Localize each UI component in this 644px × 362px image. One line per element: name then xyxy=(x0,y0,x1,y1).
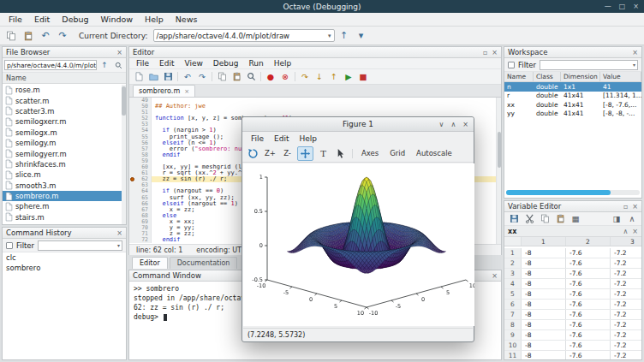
variable-cell[interactable]: -7.6 xyxy=(566,279,611,288)
save-button[interactable] xyxy=(161,70,175,83)
variable-cell[interactable]: -7.6 xyxy=(566,310,611,319)
undo-button[interactable]: ↶ xyxy=(38,28,53,43)
ve-column-2[interactable]: 2 xyxy=(566,237,611,246)
minimize-icon[interactable]: ∨ xyxy=(439,121,444,128)
close-icon[interactable]: × xyxy=(116,49,122,56)
variable-cell[interactable]: -8 xyxy=(522,279,566,288)
line-number[interactable]: 59 xyxy=(129,158,152,164)
variable-cell[interactable]: -7.6 xyxy=(566,341,611,350)
close-icon[interactable]: × xyxy=(492,49,498,56)
line-number[interactable]: 68 xyxy=(129,213,152,219)
figure-menu-edit[interactable]: Edit xyxy=(269,134,294,143)
axes-button[interactable]: Axes xyxy=(357,146,383,161)
editor-menu-help[interactable]: Help xyxy=(269,59,297,68)
copy-button[interactable] xyxy=(3,28,19,43)
variable-cell[interactable]: -8 xyxy=(522,269,566,278)
ve-row-header[interactable]: 2 xyxy=(504,258,522,268)
variable-tab-xx[interactable]: xx xyxy=(508,228,516,235)
step-out-icon[interactable]: ↑ xyxy=(327,70,341,83)
variable-cell[interactable]: -7.2 xyxy=(611,341,641,350)
workspace-row[interactable]: yydouble41x41[-8, -8, -... xyxy=(504,110,641,119)
variable-cell[interactable]: -8 xyxy=(522,248,566,258)
ve-row-header[interactable]: 1 xyxy=(504,248,522,258)
new-script-button[interactable] xyxy=(132,70,146,83)
editor-menu-file[interactable]: File xyxy=(131,59,154,68)
workspace-row[interactable]: xxdouble41x41[-8, -7.6,... xyxy=(504,100,641,110)
close-icon[interactable]: × xyxy=(632,203,638,211)
close-icon[interactable]: × xyxy=(462,121,468,128)
workspace-horizontal-scrollbar[interactable] xyxy=(506,190,640,195)
history-item[interactable]: sombrero xyxy=(3,263,126,273)
remove-breakpoints-icon[interactable]: ⊗ xyxy=(278,70,292,83)
menu-edit[interactable]: Edit xyxy=(28,15,56,24)
copy-icon[interactable] xyxy=(538,212,552,225)
close-icon[interactable]: × xyxy=(633,3,639,10)
dock-tab-editor[interactable]: Editor xyxy=(132,257,168,269)
editor-menu-view[interactable]: View xyxy=(180,59,208,68)
menu-news[interactable]: News xyxy=(170,15,204,24)
variable-cell[interactable]: -8 xyxy=(522,289,566,299)
line-number[interactable]: 62 xyxy=(129,176,152,182)
figure-plot-canvas[interactable] xyxy=(243,163,474,326)
zoom-out-button[interactable]: Z- xyxy=(280,146,295,161)
search-icon[interactable] xyxy=(112,60,124,71)
variable-cell[interactable]: -8 xyxy=(522,300,566,309)
directory-up-icon[interactable]: ↑ xyxy=(98,60,110,71)
code-line[interactable]: 50## Author: jwe xyxy=(129,104,501,110)
variable-cell[interactable]: -7.6 xyxy=(566,258,611,268)
file-item[interactable]: semilogx.m xyxy=(3,128,126,138)
paste-icon[interactable] xyxy=(230,70,243,83)
file-item[interactable]: sombrero.m xyxy=(3,191,126,201)
stop-icon[interactable]: ■ xyxy=(356,70,370,83)
menu-debug[interactable]: Debug xyxy=(56,15,94,24)
ve-row-header[interactable]: 8 xyxy=(504,320,522,329)
file-item[interactable]: semilogyerr.m xyxy=(3,148,126,158)
dock-tab-documentation[interactable]: Documentation xyxy=(170,257,238,269)
split-view-icon[interactable]: ◨ xyxy=(610,212,623,225)
current-directory-combo[interactable]: /app/share/octave/4.4.0/m/plot/draw ▾ xyxy=(153,29,335,42)
open-file-button[interactable] xyxy=(146,70,160,83)
file-item[interactable]: semilogxerr.m xyxy=(3,116,126,127)
file-item[interactable]: scatter3.m xyxy=(3,106,126,116)
save-variable-icon[interactable] xyxy=(507,212,521,225)
plot-variable-icon[interactable]: ▦ xyxy=(569,212,582,225)
figure-menu-help[interactable]: Help xyxy=(295,134,323,143)
ve-row-header[interactable]: 4 xyxy=(504,279,522,288)
line-number[interactable]: 60 xyxy=(129,164,152,170)
ve-row-header[interactable]: 11 xyxy=(504,351,522,359)
line-number[interactable]: 72 xyxy=(129,237,152,243)
close-icon[interactable]: × xyxy=(632,228,638,235)
line-number[interactable]: 57 xyxy=(129,146,152,152)
line-number[interactable]: 69 xyxy=(129,219,152,225)
editor-tab-sombrero[interactable]: sombrero.m × xyxy=(133,85,195,97)
undock-icon[interactable]: ▫ xyxy=(623,203,628,211)
variable-cell[interactable]: -7.2 xyxy=(611,269,641,278)
ve-row-header[interactable]: 5 xyxy=(504,289,522,299)
column-header-value[interactable]: Value xyxy=(600,72,641,81)
line-number[interactable]: 71 xyxy=(129,231,152,237)
redo-icon[interactable]: ↷ xyxy=(195,70,209,83)
variable-cell[interactable]: -8 xyxy=(522,330,566,340)
code-line[interactable]: 49 xyxy=(129,98,501,104)
line-number[interactable]: 52 xyxy=(129,116,152,122)
undock-icon[interactable]: ▫ xyxy=(483,49,487,56)
code-line[interactable]: 51 xyxy=(129,110,501,116)
undo-icon[interactable]: ↶ xyxy=(181,70,194,83)
window-titlebar[interactable]: Octave (Debugging) — □ × xyxy=(0,0,644,13)
step-in-icon[interactable]: ↓ xyxy=(313,70,326,83)
ve-row-header[interactable]: 9 xyxy=(504,330,522,340)
filter-checkbox[interactable] xyxy=(508,62,515,68)
ve-column-1[interactable]: 1 xyxy=(522,237,566,246)
file-item[interactable]: slice.m xyxy=(3,169,126,180)
line-number[interactable]: 53 xyxy=(129,122,152,128)
figure-menu-file[interactable]: File xyxy=(246,134,269,143)
variable-cell[interactable]: -7.6 xyxy=(566,289,611,299)
line-number[interactable]: 64 xyxy=(129,188,152,194)
maximize-icon[interactable]: ∧ xyxy=(450,121,456,128)
find-icon[interactable] xyxy=(244,70,258,83)
cut-icon[interactable] xyxy=(522,212,536,225)
text-tool-icon[interactable]: T xyxy=(316,146,331,161)
paste-button[interactable] xyxy=(21,28,36,43)
line-number[interactable]: 56 xyxy=(129,140,152,146)
variable-cell[interactable]: -7.2 xyxy=(611,279,641,288)
